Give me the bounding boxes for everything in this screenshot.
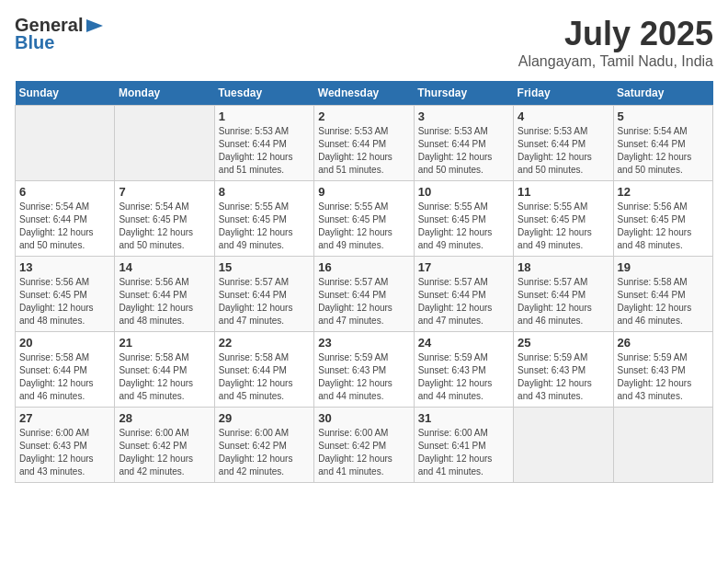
cell-sun-info: Sunrise: 5:53 AM Sunset: 6:44 PM Dayligh… bbox=[219, 125, 310, 177]
calendar-cell: 10Sunrise: 5:55 AM Sunset: 6:45 PM Dayli… bbox=[414, 181, 513, 257]
weekday-tuesday: Tuesday bbox=[214, 81, 313, 106]
day-number: 29 bbox=[219, 411, 310, 425]
calendar-cell: 5Sunrise: 5:54 AM Sunset: 6:44 PM Daylig… bbox=[613, 106, 712, 181]
calendar-week-3: 13Sunrise: 5:56 AM Sunset: 6:45 PM Dayli… bbox=[16, 257, 713, 332]
day-number: 13 bbox=[19, 260, 110, 274]
calendar-cell: 12Sunrise: 5:56 AM Sunset: 6:45 PM Dayli… bbox=[613, 181, 712, 257]
day-number: 11 bbox=[518, 185, 609, 199]
logo: General Blue bbox=[15, 15, 105, 53]
cell-sun-info: Sunrise: 5:56 AM Sunset: 6:44 PM Dayligh… bbox=[119, 276, 210, 327]
calendar-cell: 9Sunrise: 5:55 AM Sunset: 6:45 PM Daylig… bbox=[314, 181, 414, 257]
calendar-cell: 31Sunrise: 6:00 AM Sunset: 6:41 PM Dayli… bbox=[414, 408, 513, 483]
cell-sun-info: Sunrise: 5:57 AM Sunset: 6:44 PM Dayligh… bbox=[418, 276, 509, 327]
day-number: 18 bbox=[518, 260, 609, 274]
day-number: 31 bbox=[418, 411, 509, 425]
day-number: 30 bbox=[318, 411, 409, 425]
svg-marker-0 bbox=[86, 19, 103, 32]
cell-sun-info: Sunrise: 5:54 AM Sunset: 6:44 PM Dayligh… bbox=[618, 125, 709, 177]
cell-sun-info: Sunrise: 5:58 AM Sunset: 6:44 PM Dayligh… bbox=[219, 351, 310, 403]
day-number: 14 bbox=[119, 260, 210, 274]
cell-sun-info: Sunrise: 5:57 AM Sunset: 6:44 PM Dayligh… bbox=[518, 276, 609, 327]
day-number: 23 bbox=[318, 336, 409, 350]
calendar-cell bbox=[514, 408, 613, 483]
day-number: 22 bbox=[219, 336, 310, 350]
cell-sun-info: Sunrise: 6:00 AM Sunset: 6:42 PM Dayligh… bbox=[219, 427, 310, 478]
day-number: 1 bbox=[219, 109, 310, 123]
day-number: 21 bbox=[119, 336, 210, 350]
calendar-week-5: 27Sunrise: 6:00 AM Sunset: 6:43 PM Dayli… bbox=[16, 408, 713, 483]
day-number: 4 bbox=[518, 109, 609, 123]
calendar-cell: 29Sunrise: 6:00 AM Sunset: 6:42 PM Dayli… bbox=[214, 408, 313, 483]
calendar-cell bbox=[613, 408, 712, 483]
calendar-cell: 23Sunrise: 5:59 AM Sunset: 6:43 PM Dayli… bbox=[314, 332, 414, 408]
calendar-cell: 14Sunrise: 5:56 AM Sunset: 6:44 PM Dayli… bbox=[115, 257, 214, 332]
cell-sun-info: Sunrise: 5:53 AM Sunset: 6:44 PM Dayligh… bbox=[318, 125, 409, 177]
calendar-cell: 7Sunrise: 5:54 AM Sunset: 6:45 PM Daylig… bbox=[115, 181, 214, 257]
calendar-cell: 21Sunrise: 5:58 AM Sunset: 6:44 PM Dayli… bbox=[115, 332, 214, 408]
cell-sun-info: Sunrise: 5:54 AM Sunset: 6:44 PM Dayligh… bbox=[19, 201, 110, 252]
cell-sun-info: Sunrise: 5:58 AM Sunset: 6:44 PM Dayligh… bbox=[618, 276, 709, 327]
calendar-cell: 2Sunrise: 5:53 AM Sunset: 6:44 PM Daylig… bbox=[314, 106, 414, 181]
day-number: 28 bbox=[119, 411, 210, 425]
cell-sun-info: Sunrise: 6:00 AM Sunset: 6:42 PM Dayligh… bbox=[119, 427, 210, 478]
day-number: 12 bbox=[618, 185, 709, 199]
weekday-thursday: Thursday bbox=[414, 81, 513, 106]
day-number: 10 bbox=[418, 185, 509, 199]
day-number: 26 bbox=[618, 336, 709, 350]
calendar-cell: 26Sunrise: 5:59 AM Sunset: 6:43 PM Dayli… bbox=[613, 332, 712, 408]
calendar-cell: 20Sunrise: 5:58 AM Sunset: 6:44 PM Dayli… bbox=[16, 332, 115, 408]
calendar-cell: 25Sunrise: 5:59 AM Sunset: 6:43 PM Dayli… bbox=[514, 332, 613, 408]
title-block: July 2025 Alangayam, Tamil Nadu, India bbox=[518, 15, 713, 70]
cell-sun-info: Sunrise: 5:58 AM Sunset: 6:44 PM Dayligh… bbox=[19, 351, 110, 403]
calendar-cell bbox=[115, 106, 214, 181]
calendar-cell: 28Sunrise: 6:00 AM Sunset: 6:42 PM Dayli… bbox=[115, 408, 214, 483]
calendar-cell: 11Sunrise: 5:55 AM Sunset: 6:45 PM Dayli… bbox=[514, 181, 613, 257]
day-number: 25 bbox=[518, 336, 609, 350]
day-number: 24 bbox=[418, 336, 509, 350]
day-number: 8 bbox=[219, 185, 310, 199]
cell-sun-info: Sunrise: 5:59 AM Sunset: 6:43 PM Dayligh… bbox=[318, 351, 409, 403]
cell-sun-info: Sunrise: 5:55 AM Sunset: 6:45 PM Dayligh… bbox=[219, 201, 310, 252]
day-number: 6 bbox=[19, 185, 110, 199]
day-number: 19 bbox=[618, 260, 709, 274]
cell-sun-info: Sunrise: 5:56 AM Sunset: 6:45 PM Dayligh… bbox=[19, 276, 110, 327]
weekday-sunday: Sunday bbox=[16, 81, 115, 106]
calendar-cell: 16Sunrise: 5:57 AM Sunset: 6:44 PM Dayli… bbox=[314, 257, 414, 332]
cell-sun-info: Sunrise: 5:55 AM Sunset: 6:45 PM Dayligh… bbox=[518, 201, 609, 252]
cell-sun-info: Sunrise: 5:53 AM Sunset: 6:44 PM Dayligh… bbox=[418, 125, 509, 177]
weekday-saturday: Saturday bbox=[613, 81, 712, 106]
calendar-cell bbox=[16, 106, 115, 181]
cell-sun-info: Sunrise: 5:59 AM Sunset: 6:43 PM Dayligh… bbox=[618, 351, 709, 403]
cell-sun-info: Sunrise: 5:53 AM Sunset: 6:44 PM Dayligh… bbox=[518, 125, 609, 177]
day-number: 5 bbox=[618, 109, 709, 123]
calendar-cell: 3Sunrise: 5:53 AM Sunset: 6:44 PM Daylig… bbox=[414, 106, 513, 181]
calendar-cell: 6Sunrise: 5:54 AM Sunset: 6:44 PM Daylig… bbox=[16, 181, 115, 257]
calendar-cell: 17Sunrise: 5:57 AM Sunset: 6:44 PM Dayli… bbox=[414, 257, 513, 332]
cell-sun-info: Sunrise: 5:58 AM Sunset: 6:44 PM Dayligh… bbox=[119, 351, 210, 403]
day-number: 20 bbox=[19, 336, 110, 350]
weekday-monday: Monday bbox=[115, 81, 214, 106]
cell-sun-info: Sunrise: 6:00 AM Sunset: 6:41 PM Dayligh… bbox=[418, 427, 509, 478]
cell-sun-info: Sunrise: 5:59 AM Sunset: 6:43 PM Dayligh… bbox=[418, 351, 509, 403]
calendar-cell: 1Sunrise: 5:53 AM Sunset: 6:44 PM Daylig… bbox=[214, 106, 313, 181]
calendar-cell: 24Sunrise: 5:59 AM Sunset: 6:43 PM Dayli… bbox=[414, 332, 513, 408]
calendar-week-1: 1Sunrise: 5:53 AM Sunset: 6:44 PM Daylig… bbox=[16, 106, 713, 181]
day-number: 27 bbox=[19, 411, 110, 425]
calendar-cell: 27Sunrise: 6:00 AM Sunset: 6:43 PM Dayli… bbox=[16, 408, 115, 483]
cell-sun-info: Sunrise: 5:56 AM Sunset: 6:45 PM Dayligh… bbox=[618, 201, 709, 252]
calendar-cell: 4Sunrise: 5:53 AM Sunset: 6:44 PM Daylig… bbox=[514, 106, 613, 181]
calendar-cell: 19Sunrise: 5:58 AM Sunset: 6:44 PM Dayli… bbox=[613, 257, 712, 332]
calendar-week-2: 6Sunrise: 5:54 AM Sunset: 6:44 PM Daylig… bbox=[16, 181, 713, 257]
weekday-wednesday: Wednesday bbox=[314, 81, 414, 106]
weekday-friday: Friday bbox=[514, 81, 613, 106]
logo-blue: Blue bbox=[15, 32, 54, 53]
calendar-location: Alangayam, Tamil Nadu, India bbox=[518, 53, 713, 70]
page-header: General Blue July 2025 Alangayam, Tamil … bbox=[15, 15, 713, 70]
day-number: 15 bbox=[219, 260, 310, 274]
calendar-title: July 2025 bbox=[518, 15, 713, 53]
cell-sun-info: Sunrise: 6:00 AM Sunset: 6:43 PM Dayligh… bbox=[19, 427, 110, 478]
day-number: 2 bbox=[318, 109, 409, 123]
day-number: 3 bbox=[418, 109, 509, 123]
weekday-header-row: SundayMondayTuesdayWednesdayThursdayFrid… bbox=[16, 81, 713, 106]
day-number: 7 bbox=[119, 185, 210, 199]
